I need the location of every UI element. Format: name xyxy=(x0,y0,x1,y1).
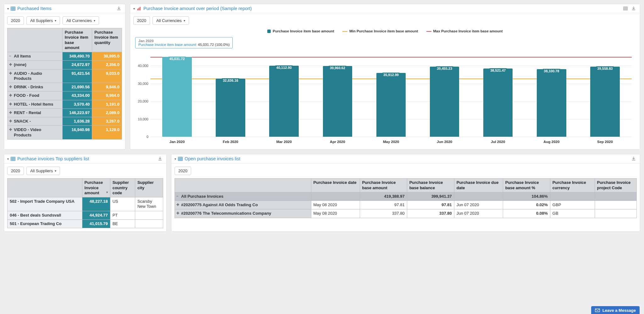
panel-title-link[interactable]: Purchase Invoice amount over period (Sam… xyxy=(143,6,252,11)
chart-bar[interactable] xyxy=(483,69,513,137)
table-row[interactable]: ✚#20200776 The Telecommunications Compan… xyxy=(175,209,311,218)
download-icon[interactable] xyxy=(157,157,163,161)
col-header[interactable]: Purchase Invoice currency xyxy=(550,179,595,192)
table-row[interactable]: ✚SNACK - xyxy=(8,117,63,126)
chevron-down-icon: ▾ xyxy=(55,169,56,173)
chart-bar[interactable] xyxy=(162,57,192,137)
panel-title-link[interactable]: Open purchase invoices list xyxy=(185,156,240,161)
expand-icon[interactable]: ✚ xyxy=(9,85,12,89)
cell-amount: 349,490.70 xyxy=(62,52,92,61)
chart-bar[interactable] xyxy=(323,66,353,137)
chart-bar[interactable] xyxy=(216,79,245,137)
chart-bar[interactable] xyxy=(430,67,459,137)
open-invoices-table: Purchase Invoice date Purchase Invoice b… xyxy=(175,178,637,218)
download-icon[interactable] xyxy=(630,157,637,161)
collapse-icon[interactable]: − xyxy=(176,194,178,199)
download-icon[interactable] xyxy=(630,6,637,11)
table-view-icon[interactable] xyxy=(622,6,629,11)
download-icon[interactable] xyxy=(116,6,122,11)
expand-icon[interactable]: ✚ xyxy=(176,211,179,216)
table-row[interactable]: ✚(none) xyxy=(8,61,63,69)
collapse-icon[interactable]: ▾ xyxy=(7,157,9,161)
cell-country: BE xyxy=(110,219,135,228)
table-row[interactable]: 502 - Import Trade Company USA xyxy=(8,197,82,211)
cell-qty: 2,356.0 xyxy=(92,61,122,69)
panel-title-link[interactable]: Purchase invoices Top suppliers list xyxy=(17,156,89,161)
expand-icon[interactable]: ✚ xyxy=(9,93,12,98)
cell-amount: 41,015.79 xyxy=(82,219,110,228)
chart-bar[interactable] xyxy=(590,67,620,137)
cell: May 08 2020 xyxy=(311,209,360,218)
expand-icon[interactable]: ✚ xyxy=(9,71,12,76)
col-header[interactable]: Purchase Invoice base amount xyxy=(360,179,407,192)
panel-invoice-chart: ▾ Purchase Invoice amount over period (S… xyxy=(130,4,640,150)
col-header[interactable]: Supplier country code xyxy=(110,179,135,197)
col-header[interactable]: Purchase Invoice project Code xyxy=(595,179,636,192)
table-row-total[interactable]: −All Purchase Invoices xyxy=(175,192,311,201)
filter-currencies-button[interactable]: All Currencies▾ xyxy=(63,16,99,25)
table-row[interactable]: ✚AUDIO - Audio Products xyxy=(8,69,63,83)
table-row[interactable]: ✚RENT - Rental xyxy=(8,108,63,117)
chart-bar[interactable] xyxy=(376,73,406,137)
collapse-icon[interactable]: − xyxy=(9,54,11,58)
cell-amount: 44,924.77 xyxy=(82,211,110,219)
col-header[interactable]: Supplier city xyxy=(135,179,163,197)
col-header[interactable]: Purchase Invoice due date xyxy=(454,179,503,192)
cell-country: US xyxy=(110,197,135,211)
filter-currencies-button[interactable]: All Currencies▾ xyxy=(153,16,189,25)
table-row[interactable]: ✚VIDEO - Video Products xyxy=(8,126,63,140)
col-header[interactable]: Purchase Invoice amount ▾ xyxy=(82,179,110,197)
filter-year-button[interactable]: 2020 xyxy=(175,167,191,175)
table-row[interactable]: 501 - European Trading Co xyxy=(8,219,82,228)
collapse-icon[interactable]: ▾ xyxy=(7,7,9,10)
expand-icon[interactable]: ✚ xyxy=(9,102,12,107)
table-row[interactable]: ✚DRINK - Drinks xyxy=(8,83,63,91)
cell: GBP xyxy=(550,201,595,209)
col-header[interactable]: Purchase Invoice base balance xyxy=(407,179,454,192)
collapse-icon[interactable]: ▾ xyxy=(175,157,176,161)
cell: 399,941.37 xyxy=(407,192,454,201)
expand-icon[interactable]: ✚ xyxy=(9,119,12,124)
expand-icon[interactable]: ✚ xyxy=(9,63,12,67)
expand-icon[interactable]: ✚ xyxy=(9,128,12,132)
chart-bar-label: 38,100.78 xyxy=(543,69,560,73)
filter-suppliers-button[interactable]: All Suppliers▾ xyxy=(26,167,60,175)
cell: 0.02% xyxy=(503,201,550,209)
col-header[interactable]: Purchase Invoice item base amount xyxy=(62,28,92,52)
invoice-bar-chart[interactable]: Jan 2020 Purchase Invoice item base amou… xyxy=(133,36,637,146)
table-row[interactable]: ✚#20200775 Against All Odds Trading Co xyxy=(175,201,311,209)
cell-amount: 21,690.56 xyxy=(62,83,92,91)
cell-city xyxy=(135,219,163,228)
filter-year-button[interactable]: 2020 xyxy=(7,16,24,25)
table-row-total[interactable]: −All Items xyxy=(8,52,63,61)
col-header[interactable]: Purchase Invoice base amount % xyxy=(503,179,550,192)
cell-qty: 2,089.0 xyxy=(92,108,122,117)
chart-bar[interactable] xyxy=(537,69,566,137)
table-icon xyxy=(11,6,15,11)
expand-icon[interactable]: ✚ xyxy=(176,203,179,207)
col-header[interactable]: Purchase Invoice item quantity xyxy=(92,28,122,52)
cell: May 08 2020 xyxy=(311,201,360,209)
cell-city: Scarsby New Town xyxy=(135,197,163,211)
filter-year-button[interactable]: 2020 xyxy=(133,16,150,25)
col-header[interactable]: Purchase Invoice date xyxy=(311,179,360,192)
filter-year-button[interactable]: 2020 xyxy=(7,167,24,175)
chart-bar-label: 39,558.83 xyxy=(596,66,613,71)
cell-amount: 43,334.00 xyxy=(62,91,92,100)
chart-legend: Purchase Invoice item base amount Min Pu… xyxy=(133,28,637,36)
panel-title-link[interactable]: Purchased Items xyxy=(17,6,52,11)
chart-bar-label: 39,455.23 xyxy=(436,66,453,71)
chevron-down-icon: ▾ xyxy=(184,19,185,22)
expand-icon[interactable]: ✚ xyxy=(9,111,12,115)
table-row[interactable]: ✚FOOD - Food xyxy=(8,91,63,100)
collapse-icon[interactable]: ▾ xyxy=(133,7,135,10)
cell-qty: 38,895.0 xyxy=(92,52,122,61)
svg-rect-9 xyxy=(624,7,627,10)
filter-suppliers-button[interactable]: All Suppliers▾ xyxy=(26,16,60,25)
cell: 97.81 xyxy=(407,201,454,209)
table-row[interactable]: ✚HOTEL - Hotel Items xyxy=(8,100,63,108)
table-row[interactable]: 046 - Best deals Sundsvall xyxy=(8,211,82,219)
table-icon xyxy=(11,157,15,161)
chart-bar[interactable] xyxy=(269,66,299,137)
cell xyxy=(454,192,503,201)
